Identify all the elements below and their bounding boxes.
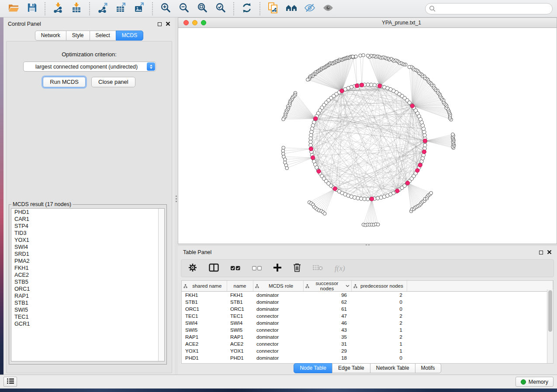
table-cell: RAP1	[182, 334, 227, 340]
table-row[interactable]: STB1STB1dominator620	[182, 299, 553, 306]
mcds-result-item[interactable]: SWI4	[11, 244, 164, 251]
table-row[interactable]: RAP1RAP1dominator352	[182, 334, 553, 340]
export-network-button[interactable]	[95, 1, 110, 16]
float-panel-icon[interactable]	[539, 251, 543, 254]
zoom-window-button[interactable]	[201, 20, 206, 25]
vertical-splitter[interactable]	[175, 17, 178, 375]
table-row[interactable]: PHD1PHD1dominator180	[182, 354, 553, 361]
close-panel-icon[interactable]	[166, 20, 170, 28]
table-cell: 62	[303, 299, 351, 306]
zoom-selected-button[interactable]	[213, 1, 228, 16]
table-row[interactable]: TEC1TEC1connector472	[182, 313, 553, 320]
close-panel-icon[interactable]	[547, 248, 552, 256]
mcds-result-item[interactable]: GCR1	[11, 320, 164, 327]
table-cell: dominator	[253, 354, 303, 361]
table-cell: 2	[351, 292, 407, 299]
column-header-successor-nodes[interactable]: successor nodes	[303, 281, 351, 292]
optimization-criterion-select[interactable]: largest connected component (undirected)	[23, 62, 156, 72]
table-cell: SWI5	[227, 327, 253, 334]
export-image-button[interactable]	[132, 1, 147, 16]
import-network-button[interactable]	[51, 1, 66, 16]
function-builder-icon[interactable]: f(x)	[335, 264, 345, 273]
add-row-icon[interactable]	[273, 264, 281, 273]
new-network-from-selection-button[interactable]	[266, 1, 280, 16]
desktop-wallpaper-strip	[0, 389, 557, 392]
search-input[interactable]	[425, 3, 553, 14]
table-cell: SWI4	[182, 320, 227, 327]
refresh-layout-button[interactable]	[239, 1, 254, 16]
column-header-shared-name[interactable]: shared name	[182, 281, 227, 292]
table-cell: YOX1	[227, 347, 253, 354]
select-all-icon[interactable]	[231, 265, 240, 272]
table-cell: TEC1	[227, 313, 253, 320]
zoom-out-button[interactable]	[176, 1, 191, 16]
mcds-result-item[interactable]: PHD1	[11, 209, 164, 216]
tab-motifs[interactable]: Motifs	[415, 363, 441, 373]
column-header-name[interactable]: name	[227, 281, 253, 292]
first-neighbors-button[interactable]	[284, 1, 299, 16]
mcds-result-item[interactable]: SRD1	[11, 251, 164, 258]
close-window-button[interactable]	[183, 20, 189, 25]
mcds-result-item[interactable]: FKH1	[11, 265, 164, 272]
tab-network[interactable]: Network	[35, 31, 66, 41]
mcds-result-item[interactable]: SWI5	[11, 306, 164, 313]
mcds-result-item[interactable]: TID3	[11, 230, 164, 237]
table-scrollbar[interactable]	[547, 289, 553, 363]
mcds-list-scrollbar[interactable]	[158, 209, 164, 361]
table-cell: 2	[351, 320, 407, 327]
hide-graphics-details-button[interactable]	[302, 1, 317, 16]
mcds-result-item[interactable]: ORC1	[11, 285, 164, 292]
control-panel: Control Panel NetworkStyleSelectMCDS Opt…	[3, 17, 175, 375]
tab-style[interactable]: Style	[66, 31, 90, 41]
mcds-result-item[interactable]: STP4	[11, 223, 164, 230]
task-history-button[interactable]	[3, 377, 17, 387]
tab-mcds[interactable]: MCDS	[116, 31, 143, 41]
table-row[interactable]: YOX1YOX1connector291	[182, 347, 553, 354]
show-graphics-details-button[interactable]	[321, 1, 336, 16]
table-row[interactable]: FKH1FKH1dominator962	[182, 292, 553, 299]
desktop-wallpaper-strip	[0, 17, 3, 375]
mcds-result-item[interactable]: STB5	[11, 279, 164, 285]
network-window-titlebar[interactable]: YPA_prune.txt_1	[178, 18, 557, 28]
table-row[interactable]: ORC1ORC1dominator610	[182, 306, 553, 313]
clear-selection-icon[interactable]	[252, 265, 262, 272]
close-panel-button[interactable]: Close panel	[91, 77, 135, 87]
minimize-window-button[interactable]	[192, 20, 197, 25]
network-canvas[interactable]	[178, 28, 557, 244]
table-cell: 1	[351, 327, 407, 334]
control-panel-tabs: NetworkStyleSelectMCDS	[3, 31, 175, 41]
save-session-button[interactable]	[24, 1, 39, 16]
import-table-button[interactable]	[69, 1, 84, 16]
table-row[interactable]: SWI5SWI5connector431	[182, 327, 553, 334]
delete-row-icon[interactable]	[293, 263, 301, 274]
tab-node-table[interactable]: Node Table	[294, 363, 332, 373]
open-file-button[interactable]	[6, 1, 21, 16]
table-row[interactable]: ACE2ACE2connector311	[182, 340, 553, 347]
tab-network-table[interactable]: Network Table	[370, 363, 415, 373]
zoom-fit-button[interactable]	[195, 1, 210, 16]
mcds-result-item[interactable]: CAR1	[11, 216, 164, 223]
mcds-result-item[interactable]: YOX1	[11, 237, 164, 244]
run-mcds-button[interactable]: Run MCDS	[43, 77, 86, 87]
table-settings-gear-icon[interactable]	[188, 263, 197, 274]
show-columns-icon[interactable]	[209, 263, 219, 274]
mcds-result-item[interactable]: ACE2	[11, 272, 164, 279]
table-cell: STB1	[227, 299, 253, 306]
table-cell: STB1	[182, 299, 227, 306]
mcds-result-item[interactable]: PMA2	[11, 258, 164, 265]
tab-select[interactable]: Select	[90, 31, 116, 41]
export-table-button[interactable]	[114, 1, 128, 16]
mcds-result-item[interactable]: STB1	[11, 299, 164, 306]
column-header-predecessor-nodes[interactable]: predecessor nodes	[351, 281, 407, 292]
mcds-result-item[interactable]: RAP1	[11, 292, 164, 299]
table-scrollbar-thumb[interactable]	[548, 290, 552, 332]
mcds-result-item[interactable]: TEC1	[11, 313, 164, 320]
column-header-MCDS-role[interactable]: MCDS role	[253, 281, 303, 292]
table-cell: 47	[303, 313, 351, 320]
tab-edge-table[interactable]: Edge Table	[332, 363, 370, 373]
float-panel-icon[interactable]	[158, 22, 162, 26]
delete-column-icon[interactable]	[313, 265, 323, 272]
zoom-in-button[interactable]	[158, 1, 173, 16]
memory-button[interactable]: Memory	[515, 377, 554, 387]
table-row[interactable]: SWI4SWI4dominator462	[182, 320, 553, 327]
